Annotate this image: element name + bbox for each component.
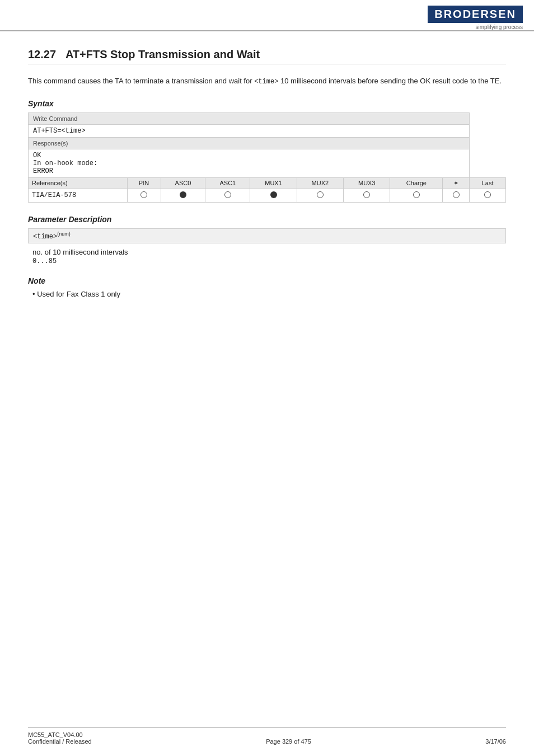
write-command-label: Write Command: [29, 113, 470, 125]
param-table: <time>(num): [28, 228, 506, 243]
response-hook: In on-hook mode:: [33, 159, 97, 167]
footer-confidential: Confidential / Released: [28, 738, 92, 745]
circle-mux3: [363, 191, 370, 198]
company-logo: BRODERSEN: [428, 6, 523, 23]
description-paragraph: This command causes the TA to terminate …: [28, 76, 506, 87]
write-command-header-row: Write Command: [29, 113, 506, 125]
main-content: 12.27 AT+FTS Stop Transmission and Wait …: [0, 31, 534, 332]
param-range: 0...85: [32, 257, 506, 265]
reference-data-row: TIA/EIA-578: [29, 189, 506, 203]
write-command-code: AT+FTS=<time>: [29, 125, 470, 138]
note-heading: Note: [28, 276, 506, 285]
param-name: <time>: [33, 233, 57, 241]
footer-page-number: Page 329 of 475: [266, 738, 311, 745]
circle-special: [453, 191, 460, 198]
note-list: Used for Fax Class 1 only: [28, 290, 506, 298]
ref-val-asc1: [205, 189, 250, 203]
section-title: AT+FTS Stop Transmission and Wait: [65, 48, 260, 60]
circle-mux1: [270, 191, 277, 198]
responses-content-row: OK In on-hook mode: ERROR: [29, 149, 506, 178]
page-footer: MC55_ATC_V04.00 Confidential / Released …: [28, 727, 506, 745]
ref-val-charge: [390, 189, 443, 203]
footer-left: MC55_ATC_V04.00 Confidential / Released: [28, 731, 92, 745]
circle-charge: [413, 191, 420, 198]
description-text-before: This command causes the TA to terminate …: [28, 77, 254, 85]
ref-row-name: TIA/EIA-578: [29, 189, 128, 203]
logo-tagline: simplifying process: [428, 24, 523, 30]
ref-val-mux2: [297, 189, 343, 203]
syntax-heading: Syntax: [28, 99, 506, 108]
ref-col-label: Reference(s): [29, 178, 128, 189]
circle-pin: [140, 191, 147, 198]
ref-val-asc0: [161, 189, 205, 203]
page-header: BRODERSEN simplifying process: [0, 0, 534, 31]
section-heading: 12.27 AT+FTS Stop Transmission and Wait: [28, 48, 506, 64]
ref-val-last: [470, 189, 506, 203]
page-wrapper: BRODERSEN simplifying process 12.27 AT+F…: [0, 0, 534, 756]
note-item-1: Used for Fax Class 1 only: [32, 290, 506, 298]
ref-col-asc0: ASC0: [161, 178, 205, 189]
param-superscript: (num): [57, 231, 71, 237]
responses-label: Response(s): [29, 138, 470, 149]
description-text-after: 10 millisecond intervals before sending …: [278, 77, 502, 85]
ref-val-special: [443, 189, 470, 203]
syntax-table: Write Command AT+FTS=<time> Response(s) …: [28, 112, 506, 203]
circle-last: [484, 191, 491, 198]
ref-col-pin: PIN: [127, 178, 161, 189]
ref-val-mux1: [250, 189, 297, 203]
param-desc-heading: Parameter Description: [28, 215, 506, 224]
circle-mux2: [317, 191, 324, 198]
logo-area: BRODERSEN simplifying process: [428, 6, 523, 30]
responses-content: OK In on-hook mode: ERROR: [29, 149, 470, 178]
ref-col-charge: Charge: [390, 178, 443, 189]
ref-col-special: ✶: [443, 178, 470, 189]
responses-header-row: Response(s): [29, 138, 506, 149]
ref-col-mux1: MUX1: [250, 178, 297, 189]
response-ok: OK: [33, 152, 41, 159]
response-error: ERROR: [33, 167, 53, 175]
circle-asc1: [224, 191, 231, 198]
section-number: 12.27: [28, 48, 56, 60]
ref-col-asc1: ASC1: [205, 178, 250, 189]
write-command-code-row: AT+FTS=<time>: [29, 125, 506, 138]
ref-val-mux3: [344, 189, 390, 203]
reference-header-row: Reference(s) PIN ASC0 ASC1 MUX1 MUX2 MUX…: [29, 178, 506, 189]
description-code-ref: <time>: [254, 78, 278, 86]
param-header-row: <time>(num): [29, 229, 506, 243]
ref-col-mux2: MUX2: [297, 178, 343, 189]
ref-col-last: Last: [470, 178, 506, 189]
footer-date: 3/17/06: [485, 738, 506, 745]
note-section: Note Used for Fax Class 1 only: [28, 276, 506, 298]
footer-doc-id: MC55_ATC_V04.00: [28, 731, 92, 738]
param-description-text: no. of 10 millisecond intervals: [32, 248, 506, 256]
ref-val-pin: [127, 189, 161, 203]
ref-col-mux3: MUX3: [344, 178, 390, 189]
param-name-cell: <time>(num): [29, 229, 506, 243]
circle-asc0: [180, 191, 186, 198]
